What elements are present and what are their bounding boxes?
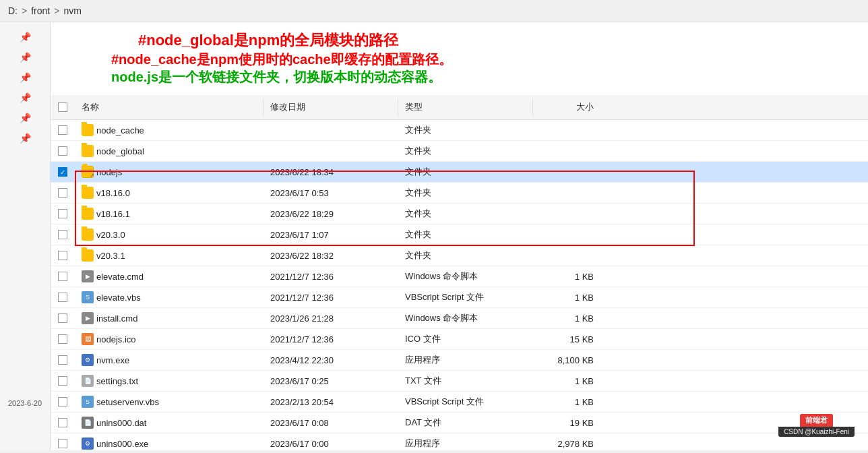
file-size: 1 KB: [533, 270, 600, 284]
list-item[interactable]: node_cache文件夹: [51, 120, 868, 141]
list-item[interactable]: 📄settings.txt2023/6/17 0:25TXT 文件1 KB: [51, 371, 868, 392]
breadcrumb-sep2: >: [54, 5, 59, 16]
file-type: ICO 文件: [398, 331, 533, 347]
file-size: 2,978 KB: [533, 437, 600, 451]
file-date: 2023/6/17 0:08: [264, 416, 398, 430]
file-name: node_global: [75, 143, 264, 159]
file-name: nodejs: [75, 164, 264, 180]
row-checkbox[interactable]: [58, 209, 67, 218]
row-checkbox[interactable]: [58, 397, 67, 406]
file-date: 2023/6/17 0:25: [264, 374, 398, 388]
dat-icon: 📄: [82, 417, 94, 429]
file-date: 2023/6/17 0:00: [264, 437, 398, 451]
vbs-icon: S: [82, 291, 94, 303]
folder-icon: [82, 229, 94, 241]
file-size: 15 KB: [533, 332, 600, 346]
pin-1[interactable]: 📌: [0, 28, 50, 47]
row-checkbox[interactable]: [58, 167, 67, 177]
annotation-line2: #node_cache是npm使用时的cache即缓存的配置路径。: [111, 51, 452, 69]
list-item[interactable]: ⚙nvm.exe2023/4/12 22:30应用程序8,100 KB: [51, 350, 868, 371]
row-checkbox[interactable]: [58, 146, 67, 156]
file-name-text: node_global: [96, 146, 144, 156]
file-size: [533, 212, 600, 216]
file-name-text: v20.3.0: [96, 230, 125, 240]
file-date: 2023/6/22 18:34: [264, 165, 398, 179]
file-size: 19 KB: [533, 416, 600, 430]
exe-icon: ⚙: [82, 437, 94, 450]
row-checkbox[interactable]: [58, 272, 67, 281]
file-date: 2023/6/22 18:32: [264, 249, 398, 263]
list-item[interactable]: node_global文件夹: [51, 141, 868, 162]
list-item[interactable]: nodejs2023/6/22 18:34文件夹: [51, 162, 868, 183]
file-size: 8,100 KB: [533, 353, 600, 367]
row-checkbox[interactable]: [58, 334, 67, 344]
file-name: ▶elevate.cmd: [75, 268, 264, 284]
file-name-text: v18.16.0: [96, 188, 130, 198]
row-checkbox[interactable]: [58, 355, 67, 365]
annotation-line3: node.js是一个软链接文件夹，切换版本时的动态容器。: [111, 68, 441, 86]
file-size: [533, 191, 600, 195]
file-type: Windows 命令脚本: [398, 268, 533, 284]
list-item[interactable]: v18.16.02023/6/17 0:53文件夹: [51, 183, 868, 204]
breadcrumb: D: > front > nvm: [0, 0, 868, 22]
row-checkbox[interactable]: [58, 188, 67, 198]
select-all-checkbox[interactable]: [58, 102, 67, 112]
header-date[interactable]: 修改日期: [264, 98, 398, 116]
list-item[interactable]: ▶install.cmd2023/1/26 21:28Windows 命令脚本1…: [51, 308, 868, 329]
list-item[interactable]: 🖼nodejs.ico2021/12/7 12:36ICO 文件15 KB: [51, 329, 868, 350]
row-checkbox[interactable]: [58, 230, 67, 239]
breadcrumb-folder1[interactable]: front: [31, 5, 50, 16]
pin-5[interactable]: 📌: [0, 109, 50, 127]
pin-4[interactable]: 📌: [0, 88, 50, 107]
breadcrumb-folder2[interactable]: nvm: [63, 5, 81, 16]
pin-6[interactable]: 📌: [0, 129, 50, 148]
row-checkbox[interactable]: [58, 418, 67, 427]
exe-icon: ⚙: [82, 354, 94, 366]
pin-2[interactable]: 📌: [0, 48, 50, 67]
file-type: 应用程序: [398, 352, 533, 368]
row-checkbox[interactable]: [58, 251, 67, 260]
file-name: ⚙nvm.exe: [75, 352, 264, 368]
cmd-icon: ▶: [82, 270, 94, 282]
row-checkbox[interactable]: [58, 313, 67, 323]
annotation-line1: #node_global是npm的全局模块的路径: [138, 30, 398, 51]
file-name: 📄settings.txt: [75, 373, 264, 389]
file-date: 2023/4/12 22:30: [264, 353, 398, 367]
row-checkbox[interactable]: [58, 293, 67, 302]
file-type: 应用程序: [398, 435, 533, 450]
file-name-text: nvm.exe: [96, 355, 129, 365]
files-container: node_cache文件夹node_global文件夹nodejs2023/6/…: [51, 120, 868, 450]
file-name: node_cache: [75, 122, 264, 138]
file-name: 📄unins000.dat: [75, 415, 264, 431]
list-item[interactable]: v20.3.02023/6/17 1:07文件夹: [51, 224, 868, 245]
list-item[interactable]: 📄unins000.dat2023/6/17 0:08DAT 文件19 KB: [51, 413, 868, 433]
file-type: VBScript Script 文件: [398, 289, 533, 305]
header-checkbox-col: [51, 98, 75, 116]
header-size[interactable]: 大小: [533, 98, 600, 116]
list-item[interactable]: v20.3.12023/6/22 18:32文件夹: [51, 245, 868, 266]
txt-icon: 📄: [82, 375, 94, 387]
list-item[interactable]: ▶elevate.cmd2021/12/7 12:36Windows 命令脚本1…: [51, 266, 868, 287]
breadcrumb-drive[interactable]: D:: [8, 5, 18, 16]
file-name-text: v20.3.1: [96, 251, 125, 261]
file-type: 文件夹: [398, 143, 533, 159]
list-item[interactable]: Selevate.vbs2021/12/7 12:36VBScript Scri…: [51, 287, 868, 308]
file-date: 2021/12/7 12:36: [264, 332, 398, 346]
file-date: 2023/6/17 1:07: [264, 228, 398, 242]
file-size: [533, 233, 600, 237]
file-type: 文件夹: [398, 164, 533, 180]
row-checkbox[interactable]: [58, 439, 67, 448]
list-item[interactable]: Ssetuservenv.vbs2023/2/13 20:54VBScript …: [51, 392, 868, 413]
row-checkbox[interactable]: [58, 125, 67, 135]
breadcrumb-sep1: >: [22, 5, 27, 16]
file-table-header: 名称 修改日期 类型 大小: [51, 95, 868, 120]
pin-3[interactable]: 📌: [0, 68, 50, 87]
row-checkbox[interactable]: [58, 376, 67, 386]
file-size: [533, 170, 600, 174]
list-item[interactable]: ⚙unins000.exe2023/6/17 0:00应用程序2,978 KB: [51, 433, 868, 450]
header-name[interactable]: 名称: [75, 98, 264, 116]
file-name: v18.16.0: [75, 185, 264, 201]
file-name-text: node_cache: [96, 125, 144, 135]
header-type[interactable]: 类型: [398, 98, 533, 116]
list-item[interactable]: v18.16.12023/6/22 18:29文件夹: [51, 204, 868, 224]
